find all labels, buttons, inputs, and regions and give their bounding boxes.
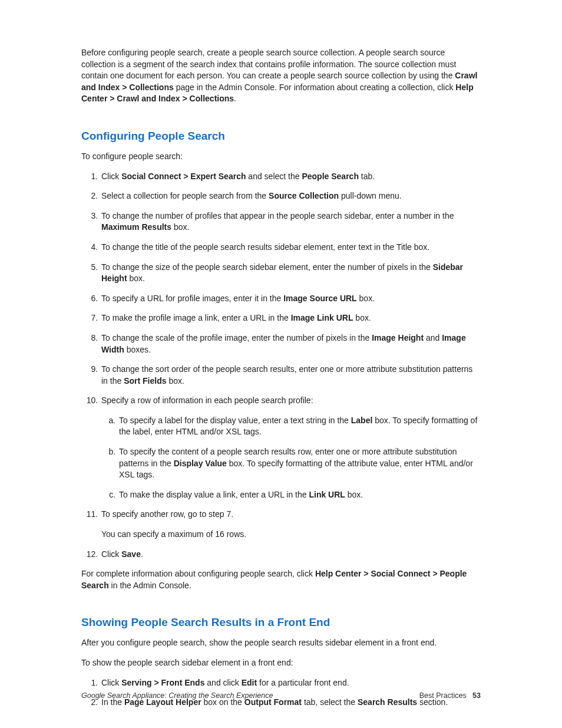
text: and click	[204, 678, 241, 687]
list-item: To change the number of profiles that ap…	[100, 210, 481, 233]
list-item: To specify the content of a people searc…	[118, 446, 481, 481]
text: box.	[127, 274, 145, 283]
text: To make the profile image a link, enter …	[101, 313, 291, 322]
text: Click	[101, 172, 121, 181]
bold-text: Edit	[242, 678, 257, 687]
text: To make the display value a link, enter …	[119, 490, 309, 499]
bold-text: Link URL	[309, 490, 345, 499]
bold-text: Sort Fields	[124, 376, 166, 386]
bold-text: Serving > Front Ends	[121, 678, 204, 687]
list-item: Click Serving > Front Ends and click Edi…	[100, 677, 481, 689]
text: To change the scale of the profile image…	[101, 333, 372, 342]
footer-section: Best Practices	[419, 691, 467, 700]
bold-text: Image Height	[372, 333, 424, 342]
page-number: 53	[472, 691, 481, 700]
text: for a particular front end.	[257, 678, 349, 687]
text: box.	[167, 376, 184, 386]
text: To specify a label for the display value…	[119, 416, 351, 425]
list-item: To change the size of the people search …	[100, 262, 481, 285]
text: To change the size of the people search …	[101, 262, 433, 272]
list-item: To make the display value a link, enter …	[118, 489, 481, 501]
sub-ordered-steps: To specify a label for the display value…	[101, 415, 481, 501]
lead-text: To configure people search:	[81, 151, 481, 163]
text: Select a collection for people search fr…	[101, 191, 269, 200]
text: tab.	[359, 172, 375, 181]
bold-text: Maximum Results	[101, 222, 171, 232]
bold-text: Image Link URL	[291, 313, 353, 322]
list-item: Select a collection for people search fr…	[100, 190, 481, 202]
text: and	[424, 333, 442, 342]
footer-page-info: Best Practices 53	[419, 691, 481, 700]
section-heading-showing: Showing People Search Results in a Front…	[81, 616, 481, 629]
lead-text: To show the people search sidebar elemen…	[81, 657, 481, 669]
bold-text: Image Source URL	[283, 294, 356, 303]
text: in the Admin Console.	[109, 581, 191, 590]
list-item: To specify a label for the display value…	[118, 415, 481, 438]
ordered-steps: Click Social Connect > Expert Search and…	[81, 171, 481, 561]
text: box.	[353, 313, 371, 322]
list-item: To specify a URL for profile images, ent…	[100, 293, 481, 305]
list-item: Specify a row of information in each peo…	[100, 395, 481, 500]
page-footer: Google Search Appliance: Creating the Se…	[81, 691, 481, 700]
text: pull-down menu.	[339, 191, 402, 200]
list-item: To specify another row, go to step 7. Yo…	[100, 509, 481, 540]
text: box.	[345, 490, 363, 499]
bold-text: Label	[351, 416, 373, 425]
footer-title: Google Search Appliance: Creating the Se…	[81, 691, 273, 700]
text: To specify another row, go to step 7.	[101, 509, 233, 519]
bold-text: Source Collection	[269, 191, 339, 200]
text: .	[234, 94, 236, 103]
bold-text: Save	[121, 549, 141, 559]
document-page: Before configuring people search, create…	[0, 0, 562, 728]
text: .	[141, 549, 143, 559]
list-item: Click Save.	[100, 549, 481, 561]
section-heading-configuring: Configuring People Search	[81, 130, 481, 143]
text: box.	[357, 294, 375, 303]
text: box.	[171, 222, 189, 232]
text: and select the	[246, 172, 302, 181]
list-item: To change the scale of the profile image…	[100, 332, 481, 355]
text: boxes.	[124, 345, 151, 354]
text: page in the Admin Console. For informati…	[174, 83, 456, 92]
text: Before configuring people search, create…	[81, 48, 456, 80]
text: To specify a URL for profile images, ent…	[101, 294, 283, 303]
text: Click	[101, 678, 121, 687]
bold-text: Display Value	[174, 459, 227, 468]
text: For complete information about configuri…	[81, 569, 315, 578]
list-item: To change the title of the people search…	[100, 242, 481, 253]
list-item: To make the profile image a link, enter …	[100, 312, 481, 324]
list-item: To change the sort order of the people s…	[100, 364, 481, 387]
text: To change the title of the people search…	[101, 242, 429, 252]
outro-paragraph: For complete information about configuri…	[81, 568, 481, 591]
bold-text: People Search	[302, 172, 359, 181]
text: To change the number of profiles that ap…	[101, 211, 454, 220]
intro-paragraph: Before configuring people search, create…	[81, 47, 481, 105]
bold-text: Social Connect > Expert Search	[121, 172, 246, 181]
lead-text: After you configure people search, show …	[81, 637, 481, 649]
text: Specify a row of information in each peo…	[101, 396, 313, 405]
list-item: Click Social Connect > Expert Search and…	[100, 171, 481, 183]
note-text: You can specify a maximum of 16 rows.	[101, 529, 481, 541]
text: Click	[101, 549, 121, 559]
